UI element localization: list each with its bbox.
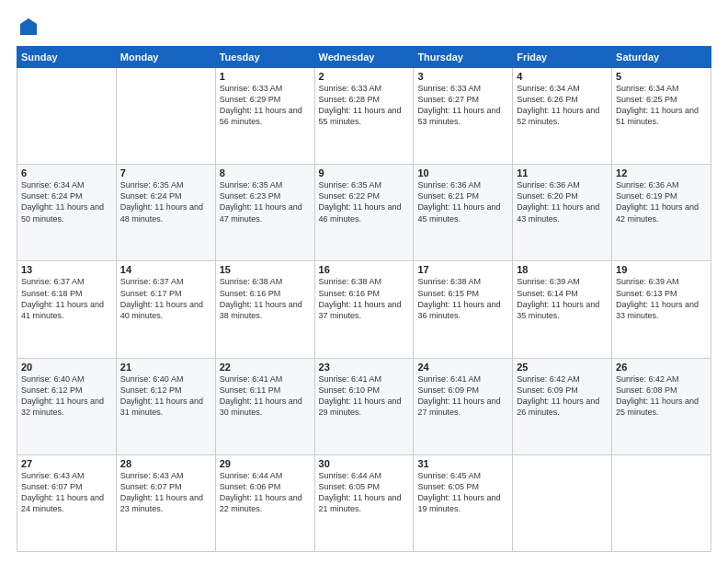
day-number: 11 <box>517 167 608 178</box>
col-header-thursday: Thursday <box>414 47 513 68</box>
day-number: 5 <box>616 71 707 82</box>
cell-content: Sunrise: 6:43 AM Sunset: 6:07 PM Dayligh… <box>21 470 112 515</box>
calendar-cell: 31Sunrise: 6:45 AM Sunset: 6:05 PM Dayli… <box>414 454 513 551</box>
day-number: 24 <box>417 362 508 373</box>
day-number: 8 <box>220 167 311 178</box>
calendar-cell: 12Sunrise: 6:36 AM Sunset: 6:19 PM Dayli… <box>612 165 711 261</box>
calendar-cell <box>17 68 117 165</box>
day-number: 1 <box>220 71 311 82</box>
cell-content: Sunrise: 6:41 AM Sunset: 6:09 PM Dayligh… <box>417 373 508 419</box>
calendar-header-row: SundayMondayTuesdayWednesdayThursdayFrid… <box>17 47 711 68</box>
day-number: 2 <box>319 71 410 82</box>
cell-content: Sunrise: 6:38 AM Sunset: 6:16 PM Dayligh… <box>220 276 311 321</box>
day-number: 23 <box>319 362 410 373</box>
cell-content: Sunrise: 6:33 AM Sunset: 6:27 PM Dayligh… <box>417 83 508 128</box>
calendar-cell: 3Sunrise: 6:33 AM Sunset: 6:27 PM Daylig… <box>414 68 513 165</box>
cell-content: Sunrise: 6:40 AM Sunset: 6:12 PM Dayligh… <box>120 373 211 419</box>
cell-content: Sunrise: 6:37 AM Sunset: 6:18 PM Dayligh… <box>21 276 112 321</box>
cell-content: Sunrise: 6:35 AM Sunset: 6:24 PM Dayligh… <box>120 179 211 224</box>
cell-content: Sunrise: 6:45 AM Sunset: 6:05 PM Dayligh… <box>417 470 508 515</box>
calendar-cell: 1Sunrise: 6:33 AM Sunset: 6:29 PM Daylig… <box>215 68 314 165</box>
day-number: 18 <box>517 264 608 275</box>
cell-content: Sunrise: 6:39 AM Sunset: 6:13 PM Dayligh… <box>616 276 707 321</box>
calendar-cell: 17Sunrise: 6:38 AM Sunset: 6:15 PM Dayli… <box>414 261 513 358</box>
day-number: 6 <box>21 167 112 178</box>
svg-marker-0 <box>20 18 37 35</box>
cell-content: Sunrise: 6:36 AM Sunset: 6:20 PM Dayligh… <box>517 179 608 224</box>
day-number: 26 <box>616 362 707 373</box>
calendar-cell <box>513 454 612 551</box>
calendar-cell <box>116 68 215 165</box>
week-row-2: 6Sunrise: 6:34 AM Sunset: 6:24 PM Daylig… <box>17 165 711 261</box>
calendar-cell: 21Sunrise: 6:40 AM Sunset: 6:12 PM Dayli… <box>116 358 215 454</box>
cell-content: Sunrise: 6:33 AM Sunset: 6:29 PM Dayligh… <box>220 83 311 128</box>
day-number: 13 <box>21 264 112 275</box>
day-number: 30 <box>319 458 410 469</box>
calendar-cell: 23Sunrise: 6:41 AM Sunset: 6:10 PM Dayli… <box>314 358 414 454</box>
day-number: 27 <box>21 458 112 469</box>
day-number: 21 <box>120 362 211 373</box>
calendar-cell: 14Sunrise: 6:37 AM Sunset: 6:17 PM Dayli… <box>116 261 215 358</box>
calendar-cell: 16Sunrise: 6:38 AM Sunset: 6:16 PM Dayli… <box>314 261 414 358</box>
cell-content: Sunrise: 6:40 AM Sunset: 6:12 PM Dayligh… <box>21 373 112 419</box>
logo <box>17 17 39 37</box>
day-number: 28 <box>120 458 211 469</box>
calendar-cell: 27Sunrise: 6:43 AM Sunset: 6:07 PM Dayli… <box>17 454 117 551</box>
day-number: 19 <box>616 264 707 275</box>
cell-content: Sunrise: 6:41 AM Sunset: 6:10 PM Dayligh… <box>319 373 410 419</box>
calendar-cell: 11Sunrise: 6:36 AM Sunset: 6:20 PM Dayli… <box>513 165 612 261</box>
col-header-wednesday: Wednesday <box>314 47 414 68</box>
day-number: 15 <box>220 264 311 275</box>
calendar-cell: 2Sunrise: 6:33 AM Sunset: 6:28 PM Daylig… <box>314 68 414 165</box>
calendar-cell: 22Sunrise: 6:41 AM Sunset: 6:11 PM Dayli… <box>215 358 314 454</box>
calendar-cell: 25Sunrise: 6:42 AM Sunset: 6:09 PM Dayli… <box>513 358 612 454</box>
calendar-table: SundayMondayTuesdayWednesdayThursdayFrid… <box>17 46 711 552</box>
cell-content: Sunrise: 6:42 AM Sunset: 6:09 PM Dayligh… <box>517 373 608 419</box>
cell-content: Sunrise: 6:43 AM Sunset: 6:07 PM Dayligh… <box>120 470 211 515</box>
calendar-cell: 26Sunrise: 6:42 AM Sunset: 6:08 PM Dayli… <box>612 358 711 454</box>
calendar-cell: 4Sunrise: 6:34 AM Sunset: 6:26 PM Daylig… <box>513 68 612 165</box>
cell-content: Sunrise: 6:36 AM Sunset: 6:21 PM Dayligh… <box>417 179 508 224</box>
week-row-5: 27Sunrise: 6:43 AM Sunset: 6:07 PM Dayli… <box>17 454 711 551</box>
cell-content: Sunrise: 6:38 AM Sunset: 6:15 PM Dayligh… <box>417 276 508 321</box>
day-number: 3 <box>417 71 508 82</box>
page: SundayMondayTuesdayWednesdayThursdayFrid… <box>0 0 728 563</box>
cell-content: Sunrise: 6:34 AM Sunset: 6:25 PM Dayligh… <box>616 83 707 128</box>
calendar-cell: 20Sunrise: 6:40 AM Sunset: 6:12 PM Dayli… <box>17 358 117 454</box>
cell-content: Sunrise: 6:39 AM Sunset: 6:14 PM Dayligh… <box>517 276 608 321</box>
cell-content: Sunrise: 6:35 AM Sunset: 6:23 PM Dayligh… <box>220 179 311 224</box>
cell-content: Sunrise: 6:41 AM Sunset: 6:11 PM Dayligh… <box>220 373 311 419</box>
calendar-cell: 28Sunrise: 6:43 AM Sunset: 6:07 PM Dayli… <box>116 454 215 551</box>
header <box>17 17 711 37</box>
col-header-monday: Monday <box>116 47 215 68</box>
day-number: 12 <box>616 167 707 178</box>
calendar-cell: 24Sunrise: 6:41 AM Sunset: 6:09 PM Dayli… <box>414 358 513 454</box>
day-number: 25 <box>517 362 608 373</box>
cell-content: Sunrise: 6:34 AM Sunset: 6:24 PM Dayligh… <box>21 179 112 224</box>
day-number: 14 <box>120 264 211 275</box>
calendar-cell: 29Sunrise: 6:44 AM Sunset: 6:06 PM Dayli… <box>215 454 314 551</box>
calendar-cell: 30Sunrise: 6:44 AM Sunset: 6:05 PM Dayli… <box>314 454 414 551</box>
logo-icon <box>18 17 39 37</box>
col-header-tuesday: Tuesday <box>215 47 314 68</box>
calendar-cell: 9Sunrise: 6:35 AM Sunset: 6:22 PM Daylig… <box>314 165 414 261</box>
day-number: 29 <box>220 458 311 469</box>
cell-content: Sunrise: 6:33 AM Sunset: 6:28 PM Dayligh… <box>319 83 410 128</box>
cell-content: Sunrise: 6:44 AM Sunset: 6:06 PM Dayligh… <box>220 470 311 515</box>
cell-content: Sunrise: 6:42 AM Sunset: 6:08 PM Dayligh… <box>616 373 707 419</box>
calendar-cell: 10Sunrise: 6:36 AM Sunset: 6:21 PM Dayli… <box>414 165 513 261</box>
cell-content: Sunrise: 6:38 AM Sunset: 6:16 PM Dayligh… <box>319 276 410 321</box>
cell-content: Sunrise: 6:35 AM Sunset: 6:22 PM Dayligh… <box>319 179 410 224</box>
cell-content: Sunrise: 6:37 AM Sunset: 6:17 PM Dayligh… <box>120 276 211 321</box>
calendar-cell: 18Sunrise: 6:39 AM Sunset: 6:14 PM Dayli… <box>513 261 612 358</box>
col-header-sunday: Sunday <box>17 47 117 68</box>
day-number: 16 <box>319 264 410 275</box>
week-row-4: 20Sunrise: 6:40 AM Sunset: 6:12 PM Dayli… <box>17 358 711 454</box>
calendar-cell: 7Sunrise: 6:35 AM Sunset: 6:24 PM Daylig… <box>116 165 215 261</box>
day-number: 20 <box>21 362 112 373</box>
day-number: 22 <box>220 362 311 373</box>
day-number: 7 <box>120 167 211 178</box>
cell-content: Sunrise: 6:44 AM Sunset: 6:05 PM Dayligh… <box>319 470 410 515</box>
day-number: 4 <box>517 71 608 82</box>
day-number: 9 <box>319 167 410 178</box>
